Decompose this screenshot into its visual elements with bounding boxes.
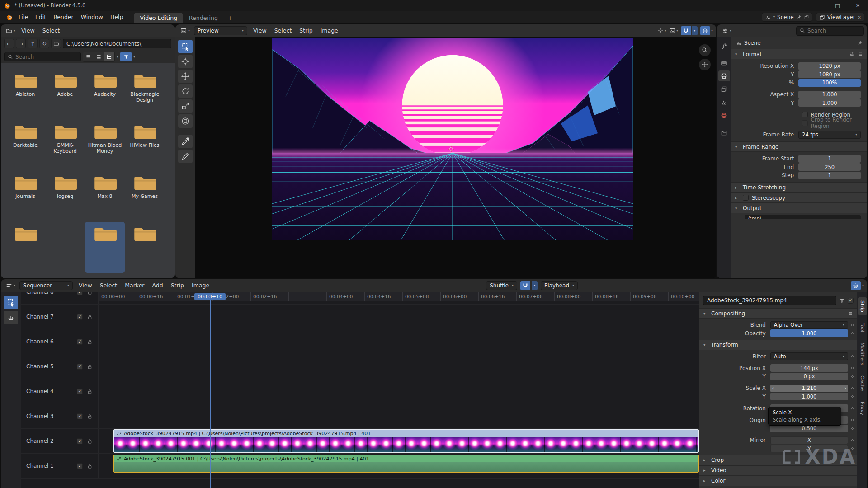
snapping-toggle[interactable]: ▾ <box>681 26 698 35</box>
tool-scale[interactable] <box>178 99 193 113</box>
filter-dropdown[interactable]: Auto▾ <box>770 352 848 360</box>
video-strip-copy[interactable]: AdobeStock_390247915.001 | C:\Users\Nole… <box>113 455 699 473</box>
duplicate-scene-icon[interactable] <box>804 14 809 20</box>
folder-item[interactable]: Blackmagic Design <box>125 69 165 120</box>
resolution-y-field[interactable]: 1080 px <box>798 70 861 78</box>
blend-mode-dropdown[interactable]: Alpha Over▾ <box>770 321 848 329</box>
keyframe-dot[interactable] <box>851 407 854 409</box>
seq-menu-select[interactable]: Select <box>96 280 121 291</box>
snapping-toggle[interactable] <box>520 281 530 290</box>
channel-checkbox[interactable]: ✓ <box>77 438 83 444</box>
current-frame-badge[interactable]: 00:03+10 <box>194 293 226 300</box>
fb-menu-view[interactable]: View <box>18 25 38 36</box>
filter-toggle-button[interactable] <box>120 52 132 61</box>
section-frame-range[interactable]: ▾ Frame Range <box>731 141 867 152</box>
frame-step-field[interactable]: 1 <box>798 172 861 179</box>
tab-video-editing[interactable]: Video Editing <box>134 13 183 23</box>
keyframe-dot[interactable] <box>851 367 854 369</box>
sidebar-tab-strip[interactable]: Strip <box>858 297 867 315</box>
presets-icon[interactable] <box>849 52 854 57</box>
folder-item[interactable]: Max 8 <box>85 171 125 222</box>
keyframe-dot[interactable] <box>851 332 854 334</box>
display-thumbs-large-icon[interactable] <box>104 52 114 61</box>
seq-menu-strip[interactable]: Strip <box>167 280 188 291</box>
keyframe-dot[interactable] <box>851 387 854 389</box>
section-time-stretching[interactable]: ▸ Time Stretching <box>731 182 867 192</box>
seq-menu-add[interactable]: Add <box>148 280 166 291</box>
channel-checkbox[interactable]: ✓ <box>77 339 83 345</box>
channel-checkbox[interactable]: ✓ <box>77 292 83 295</box>
editor-type-properties[interactable]: ▾ <box>720 27 733 35</box>
tab-tool[interactable] <box>718 41 730 52</box>
folder-item[interactable]: Darktable <box>5 120 45 171</box>
filter-options-dropdown[interactable]: ▾ <box>133 55 135 59</box>
editor-type-file-browser[interactable]: ▾ <box>4 27 17 35</box>
section-color[interactable]: ▸ Color <box>699 476 857 486</box>
resolution-x-field[interactable]: 1920 px <box>798 62 861 70</box>
folder-item[interactable] <box>5 222 45 273</box>
section-compositing[interactable]: ▾ Compositing <box>699 308 857 319</box>
display-thumbs-small-icon[interactable] <box>94 52 104 61</box>
fb-search-field[interactable] <box>4 52 81 61</box>
create-directory-button[interactable] <box>51 39 61 48</box>
channel-checkbox[interactable]: ✓ <box>77 463 83 469</box>
mirror-x-button[interactable]: X <box>770 436 848 444</box>
pv-menu-strip[interactable]: Strip <box>296 25 316 36</box>
opacity-slider[interactable]: 1.000 <box>770 329 848 337</box>
folder-item[interactable]: logseq <box>45 171 85 222</box>
blender-app-menu[interactable] <box>4 14 15 21</box>
overlays-toggle[interactable] <box>851 281 861 290</box>
properties-search-field[interactable] <box>796 26 864 36</box>
properties-search-input[interactable] <box>807 28 860 34</box>
tool-select-box[interactable] <box>178 40 193 53</box>
tab-rendering[interactable]: Rendering <box>183 13 224 23</box>
back-button[interactable]: ← <box>4 39 14 48</box>
tool-transform[interactable] <box>178 114 193 128</box>
channel-checkbox[interactable]: ✓ <box>77 364 83 370</box>
channel-lock-icon[interactable] <box>87 364 93 370</box>
snap-mode-dropdown[interactable]: Shuffle ▾ <box>486 281 517 290</box>
display-mode-dropdown[interactable]: ▾ <box>117 55 118 59</box>
render-region-checkbox[interactable] <box>802 112 808 117</box>
position-x-field[interactable]: 144 px <box>770 364 848 372</box>
folder-item[interactable]: Audacity <box>85 69 125 120</box>
folder-item[interactable]: journals <box>5 171 45 222</box>
tool-sample[interactable] <box>178 135 193 148</box>
tool-move[interactable] <box>178 70 193 83</box>
playhead-dropdown[interactable]: Playhead ▾ <box>541 281 578 290</box>
editor-type-sequencer[interactable]: ▾ <box>4 282 17 290</box>
crop-render-region-checkbox[interactable] <box>802 120 808 126</box>
sidebar-tab-modifiers[interactable]: Modifiers <box>858 339 867 368</box>
channel-lock-icon[interactable] <box>87 339 93 345</box>
timeline-ruler[interactable]: 00:00+00 00:00+16 00:01+08 00:02+00 00:0… <box>99 292 699 301</box>
pv-menu-view[interactable]: View <box>250 25 270 36</box>
display-list-icon[interactable] <box>83 52 94 61</box>
scale-y-field[interactable]: 1.000 <box>770 393 848 400</box>
frame-start-field[interactable]: 1 <box>798 155 861 163</box>
menu-edit[interactable]: Edit <box>32 12 50 23</box>
keyframe-dot[interactable] <box>851 439 854 441</box>
channel-lock-icon[interactable] <box>87 413 93 419</box>
tab-render[interactable] <box>718 57 730 68</box>
folder-item[interactable]: Ableton <box>5 69 45 120</box>
editor-type-preview[interactable]: ▾ <box>179 27 192 35</box>
path-field[interactable] <box>63 39 171 48</box>
increment-chevron[interactable]: › <box>844 386 846 391</box>
frame-rate-dropdown[interactable]: 24 fps▾ <box>798 131 861 139</box>
minimize-button[interactable]: – <box>807 0 827 11</box>
display-channels-toggle[interactable]: ▾ <box>669 28 678 34</box>
tab-scene[interactable] <box>718 97 730 108</box>
scale-x-field[interactable]: ‹1.210› <box>770 385 848 392</box>
tool-select-box[interactable] <box>4 296 18 309</box>
menu-window[interactable]: Window <box>77 12 107 23</box>
channel-lock-icon[interactable] <box>87 314 93 320</box>
sequencer-view-dropdown[interactable]: Sequencer ▾ <box>19 281 73 290</box>
folder-item[interactable]: Hitman Blood Money <box>85 120 125 171</box>
channel-lock-icon[interactable] <box>87 292 93 295</box>
fb-menu-select[interactable]: Select <box>39 25 64 36</box>
origin-y-field[interactable]: 0.500 <box>770 425 848 432</box>
sidebar-tab-tool[interactable]: Tool <box>858 319 867 335</box>
close-button[interactable]: ✕ <box>848 0 868 11</box>
viewlayer-selector[interactable]: ViewLayer ✕ <box>816 13 864 22</box>
section-format[interactable]: ▾ Format <box>731 49 867 59</box>
